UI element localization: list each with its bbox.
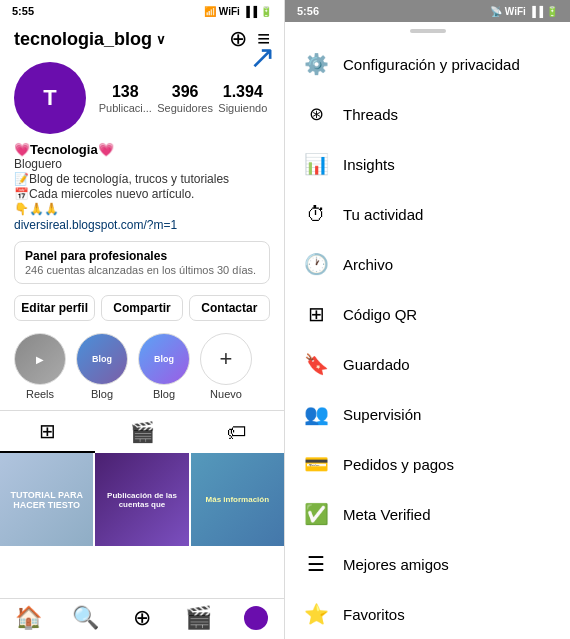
menu-item-meta[interactable]: ✅ Meta Verified bbox=[285, 489, 570, 539]
nav-search[interactable]: 🔍 bbox=[57, 605, 114, 631]
stat-number-pub: 138 bbox=[112, 83, 139, 101]
menu-item-activity[interactable]: ⏱ Tu actividad bbox=[285, 189, 570, 239]
nav-profile[interactable] bbox=[227, 605, 284, 631]
bestfriends-icon: ☰ bbox=[303, 551, 329, 577]
username: tecnologia_blog bbox=[14, 29, 152, 50]
stat-followers: 396 Seguidores bbox=[157, 83, 213, 114]
chevron-down-icon[interactable]: ∨ bbox=[156, 32, 166, 47]
panel-title: Panel para profesionales bbox=[25, 249, 259, 263]
profile-stats: T 138 Publicaci... 396 Seguidores 1.394 … bbox=[0, 58, 284, 140]
post-text-1: TUTORIAL PARAHACER TIESTO bbox=[0, 453, 93, 546]
menu-item-supervision[interactable]: 👥 Supervisión bbox=[285, 389, 570, 439]
stat-number-flw: 1.394 bbox=[223, 83, 263, 101]
menu-label-orders: Pedidos y pagos bbox=[343, 456, 454, 473]
menu-label-threads: Threads bbox=[343, 106, 398, 123]
menu-item-qr[interactable]: ⊞ Código QR bbox=[285, 289, 570, 339]
bio-line-1: 📝Blog de tecnología, trucos y tutoriales bbox=[14, 172, 270, 186]
battery-icon-right: 🔋 bbox=[546, 6, 558, 17]
stats-row: 138 Publicaci... 396 Seguidores 1.394 Si… bbox=[96, 83, 270, 114]
contact-button[interactable]: Contactar bbox=[189, 295, 270, 321]
professional-panel[interactable]: Panel para profesionales 246 cuentas alc… bbox=[14, 241, 270, 284]
highlight-blog1[interactable]: Blog Blog bbox=[76, 333, 128, 400]
menu-item-settings[interactable]: ⚙️ Configuración y privacidad bbox=[285, 39, 570, 89]
favorites-icon: ⭐ bbox=[303, 601, 329, 627]
orders-icon: 💳 bbox=[303, 451, 329, 477]
nav-avatar bbox=[244, 606, 268, 630]
menu-label-saved: Guardado bbox=[343, 356, 410, 373]
blue-arrow-left-annotation: ↗ bbox=[249, 38, 276, 76]
post-cell-2[interactable]: Publicación de las cuentas que bbox=[95, 453, 188, 546]
supervision-icon: 👥 bbox=[303, 401, 329, 427]
status-icons-right: 📡 WiFi ▐▐ 🔋 bbox=[490, 6, 558, 17]
username-section[interactable]: tecnologia_blog ∨ bbox=[14, 29, 166, 50]
edit-profile-button[interactable]: Editar perfil bbox=[14, 295, 95, 321]
bio-link[interactable]: diversireal.blogspot.com/?m=1 bbox=[14, 218, 270, 232]
menu-item-orders[interactable]: 💳 Pedidos y pagos bbox=[285, 439, 570, 489]
stat-number-fol: 396 bbox=[172, 83, 199, 101]
post-cell-1[interactable]: TUTORIAL PARAHACER TIESTO bbox=[0, 453, 93, 546]
highlight-label-reels: Reels bbox=[26, 388, 54, 400]
tab-reels[interactable]: 🎬 bbox=[95, 411, 190, 453]
activity-icon: ⏱ bbox=[303, 201, 329, 227]
menu-item-insights[interactable]: 📊 Insights bbox=[285, 139, 570, 189]
time-right: 5:56 bbox=[297, 5, 319, 17]
menu-label-supervision: Supervisión bbox=[343, 406, 421, 423]
tab-bar: ⊞ 🎬 🏷 bbox=[0, 410, 284, 453]
bio-name: 💗Tecnologia💗 bbox=[14, 142, 270, 157]
archive-icon: 🕐 bbox=[303, 251, 329, 277]
qr-icon: ⊞ bbox=[303, 301, 329, 327]
menu-label-insights: Insights bbox=[343, 156, 395, 173]
wifi-icon: WiFi bbox=[219, 6, 240, 17]
highlight-new[interactable]: + Nuevo bbox=[200, 333, 252, 400]
highlight-label-blog2: Blog bbox=[153, 388, 175, 400]
nav-home[interactable]: 🏠 bbox=[0, 605, 57, 631]
menu-item-bestfriends[interactable]: ☰ Mejores amigos bbox=[285, 539, 570, 589]
tab-grid[interactable]: ⊞ bbox=[0, 411, 95, 453]
wifi-icon-right: WiFi bbox=[505, 6, 526, 17]
highlights-row: ▶ Reels Blog Blog Blog Blog + Nuevo bbox=[0, 327, 284, 406]
meta-icon: ✅ bbox=[303, 501, 329, 527]
add-post-icon[interactable]: ⊕ bbox=[229, 26, 247, 52]
stat-label-fol: Seguidores bbox=[157, 102, 213, 114]
right-panel: 5:56 📡 WiFi ▐▐ 🔋 ↙ ⚙️ Configuración y pr… bbox=[285, 0, 570, 639]
tab-tagged[interactable]: 🏷 bbox=[189, 411, 284, 453]
highlight-label-new: Nuevo bbox=[210, 388, 242, 400]
post-cell-3[interactable]: Más información bbox=[191, 453, 284, 546]
action-buttons: Editar perfil Compartir Contactar bbox=[0, 289, 284, 327]
menu-label-favorites: Favoritos bbox=[343, 606, 405, 623]
highlight-circle-blog1: Blog bbox=[76, 333, 128, 385]
settings-icon: ⚙️ bbox=[303, 51, 329, 77]
share-button[interactable]: Compartir bbox=[101, 295, 182, 321]
menu-label-settings: Configuración y privacidad bbox=[343, 56, 520, 73]
nfc-icon-right: 📡 bbox=[490, 6, 502, 17]
menu-item-favorites[interactable]: ⭐ Favoritos bbox=[285, 589, 570, 639]
bio-section: 💗Tecnologia💗 Bloguero 📝Blog de tecnologí… bbox=[0, 140, 284, 236]
signal-icon: ▐▐ bbox=[243, 6, 257, 17]
highlight-blog2[interactable]: Blog Blog bbox=[138, 333, 190, 400]
highlight-reels[interactable]: ▶ Reels bbox=[14, 333, 66, 400]
status-bar-right: 5:56 📡 WiFi ▐▐ 🔋 bbox=[285, 0, 570, 22]
menu-label-archive: Archivo bbox=[343, 256, 393, 273]
left-panel: 5:55 📶 WiFi ▐▐ 🔋 tecnologia_blog ∨ ⊕ ≡ ↗… bbox=[0, 0, 285, 639]
nav-reels[interactable]: 🎬 bbox=[170, 605, 227, 631]
avatar: T bbox=[14, 62, 86, 134]
battery-icon: 🔋 bbox=[260, 6, 272, 17]
bio-line-3: 👇🙏🙏 bbox=[14, 202, 270, 216]
avatar-letter: T bbox=[43, 85, 56, 111]
status-icons-left: 📶 WiFi ▐▐ 🔋 bbox=[204, 6, 272, 17]
menu-item-saved[interactable]: 🔖 Guardado bbox=[285, 339, 570, 389]
stat-label-pub: Publicaci... bbox=[99, 102, 152, 114]
stat-publications: 138 Publicaci... bbox=[99, 83, 152, 114]
post-text-3: Más información bbox=[191, 453, 284, 546]
nav-add[interactable]: ⊕ bbox=[114, 605, 171, 631]
menu-label-activity: Tu actividad bbox=[343, 206, 423, 223]
menu-item-archive[interactable]: 🕐 Archivo bbox=[285, 239, 570, 289]
highlight-circle-blog2: Blog bbox=[138, 333, 190, 385]
bio-title: Bloguero bbox=[14, 157, 270, 171]
menu-item-threads[interactable]: ⊛ Threads bbox=[285, 89, 570, 139]
saved-icon: 🔖 bbox=[303, 351, 329, 377]
highlight-circle-new: + bbox=[200, 333, 252, 385]
threads-icon: ⊛ bbox=[303, 101, 329, 127]
menu-label-bestfriends: Mejores amigos bbox=[343, 556, 449, 573]
menu-label-meta: Meta Verified bbox=[343, 506, 431, 523]
